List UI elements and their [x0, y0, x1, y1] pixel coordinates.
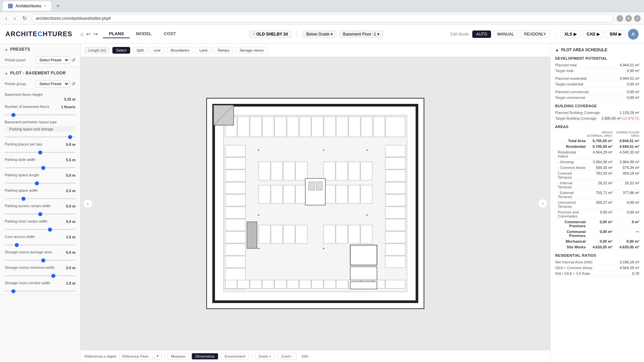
svg-rect-40	[262, 280, 274, 289]
toolbar-boundaries-btn[interactable]: Boundaries	[167, 47, 193, 54]
export-bim-btn[interactable]: BIM ▶	[606, 31, 625, 38]
preset-group-select[interactable]: Select Preset	[36, 80, 70, 87]
redo-icon[interactable]: ↪	[93, 31, 98, 37]
covered-terraces-zoning: 404,18 m²	[612, 171, 639, 175]
planned-coverage-label: Planned Building Coverage	[555, 111, 600, 115]
browser-tab-bar: Architechtures × +	[0, 0, 644, 12]
back-btn[interactable]: ‹	[3, 15, 9, 22]
toolbar-ramps-btn[interactable]: Ramps	[214, 47, 233, 54]
environment-btn[interactable]: Environment	[221, 353, 249, 360]
extension-icon[interactable]: ⊕	[625, 15, 632, 22]
user-avatar[interactable]: A	[628, 29, 639, 40]
right-panel-header[interactable]: ▲ PLOT AREA SCHEDULE	[555, 48, 639, 52]
slider-9[interactable]	[5, 244, 75, 245]
nav-model[interactable]: MODEL	[130, 30, 158, 38]
floor-label: Basement Floor -1	[343, 32, 376, 37]
toolbar-split-btn[interactable]: Split	[133, 47, 147, 54]
mechanical-row: Mechanical 0,00 m² 0,00 m²	[555, 239, 639, 244]
address-bar[interactable]: architechtures.com/dashboard/editor.php#	[32, 14, 614, 23]
forward-btn[interactable]: ›	[12, 15, 17, 22]
slider-4[interactable]	[5, 167, 75, 168]
covered-terraces-gross: 782,03 m²	[586, 171, 612, 175]
preset-group-refresh-icon[interactable]: ↺	[71, 81, 75, 86]
slider-10[interactable]	[5, 260, 75, 261]
svg-rect-66	[361, 185, 372, 203]
svg-rect-10	[324, 117, 336, 137]
communal-premises-label: Communal Premises	[555, 230, 586, 238]
zoom-in-btn[interactable]: Zoom +	[255, 353, 275, 360]
nav-right-btn[interactable]: ›	[538, 199, 547, 208]
slider-7[interactable]	[5, 214, 75, 215]
param-label-11: Storage rooms minimum width	[5, 265, 55, 269]
svg-rect-16	[225, 145, 246, 157]
planned-commercial-label: Planned commercial	[555, 90, 589, 94]
bookmark-icon[interactable]: ☆	[616, 15, 623, 22]
presets-header[interactable]: ▲ PRESETS	[0, 44, 80, 54]
refresh-btn[interactable]: ↻	[20, 14, 29, 22]
toolbar-select-btn[interactable]: Select	[112, 47, 130, 54]
target-residential-row: Target residential 0,00 m²	[555, 81, 639, 87]
slider-12[interactable]	[5, 291, 75, 292]
plot-header[interactable]: ▲ PLOT - BASEMENT FLOOR	[0, 67, 80, 78]
topbar-nav: PLANS MODEL COST	[103, 30, 182, 38]
edit-mode-auto[interactable]: AUTO	[472, 31, 491, 38]
zoom-out-btn[interactable]: Zoom -	[277, 353, 297, 360]
preset-panel-select[interactable]: Select Preset	[36, 56, 70, 64]
toolbar-storage-btn[interactable]: Storage rooms	[236, 47, 267, 54]
slider-1[interactable]	[5, 114, 75, 115]
slider-11[interactable]	[5, 275, 75, 276]
nav-plans[interactable]: PLANS	[103, 30, 130, 38]
planned-residential-label: Planned residential	[555, 76, 587, 80]
ref-floor-dropdown[interactable]: Reference Floor : ... ▾	[119, 353, 161, 359]
collapse-right-icon: ▲	[555, 48, 559, 52]
nav-left-btn[interactable]: ‹	[83, 199, 93, 208]
export-cad-btn[interactable]: CAD ▶	[583, 31, 603, 38]
slider-8[interactable]	[5, 229, 75, 230]
tab-close-btn[interactable]: ×	[44, 4, 46, 8]
slider-6[interactable]	[5, 198, 75, 199]
home-icon[interactable]: ⌂	[80, 31, 84, 37]
edit-mode-readonly[interactable]: READONLY	[521, 31, 550, 38]
total-area-zoning: 4.944,51 m²	[612, 139, 639, 143]
svg-rect-7	[287, 117, 299, 137]
external-terraces-gross: 755,71 m²	[586, 191, 612, 195]
housing-row: - Housing 3.964,99 m² 3.964,99 m²	[555, 159, 639, 165]
preset-refresh-icon[interactable]: ↺	[71, 57, 75, 63]
svg-rect-64	[336, 185, 348, 203]
svg-rect-78	[247, 222, 257, 248]
slider-3[interactable]	[5, 152, 75, 153]
uncovered-terraces-gross: 359,27 m²	[586, 200, 612, 204]
topbar: ARCHITECHTURES ⌂ ↩ ↪ PLANS MODEL COST ↑ …	[0, 25, 644, 44]
new-tab-btn[interactable]: +	[54, 2, 62, 10]
presets-section: ▲ PRESETS Preset panel Select Preset ↺	[0, 44, 80, 67]
dimensions-btn[interactable]: Dimensions	[192, 353, 218, 360]
profile-icon[interactable]: A	[634, 15, 641, 22]
gea-row: GEA + Common Areas 4.564,29 m²	[555, 265, 639, 271]
export-xls-btn[interactable]: XLS ▶	[561, 31, 580, 38]
internal-terraces-label: - Internal Terraces	[555, 181, 586, 189]
canvas-wrapper[interactable]: ‹ ›	[80, 57, 550, 350]
param-label-10: Storage rooms average area	[5, 250, 52, 254]
commercial-premises-row: Commercial Premises 0,00 m² 0 m²	[555, 219, 639, 229]
building-tag[interactable]: ↑ OLD SHELBY 24	[249, 31, 291, 38]
toolbar-line-btn[interactable]: Line	[150, 47, 164, 54]
plot-title: PLOT - BASEMENT FLOOR	[10, 71, 66, 75]
svg-rect-5	[262, 117, 274, 137]
below-grade-chevron: ▾	[331, 32, 333, 37]
param-label-7: Parking access ramps width	[5, 204, 51, 208]
param-label-8: Parking inner ramps width	[5, 219, 47, 223]
slider-2[interactable]	[5, 136, 75, 137]
svg-point-85	[323, 149, 324, 151]
undo-icon[interactable]: ↩	[86, 31, 91, 37]
nav-cost[interactable]: COST	[158, 30, 182, 38]
toolbar-lane-btn[interactable]: Lane	[196, 47, 211, 54]
edit-mode-manual[interactable]: MANUAL	[494, 31, 518, 38]
res-indoor-zoning: 4.540,33 m²	[612, 150, 639, 154]
internal-terraces-row: - Internal Terraces 26,32 m² 26,32 m²	[555, 180, 639, 190]
below-grade-dropdown[interactable]: Below Grade ▾	[303, 31, 336, 38]
browser-tab[interactable]: Architechtures ×	[3, 1, 51, 11]
measure-btn[interactable]: Measure	[167, 353, 189, 360]
floor-dropdown[interactable]: Basement Floor -1 ▾	[339, 31, 383, 38]
svg-rect-65	[348, 185, 360, 203]
slider-5[interactable]	[5, 183, 75, 184]
